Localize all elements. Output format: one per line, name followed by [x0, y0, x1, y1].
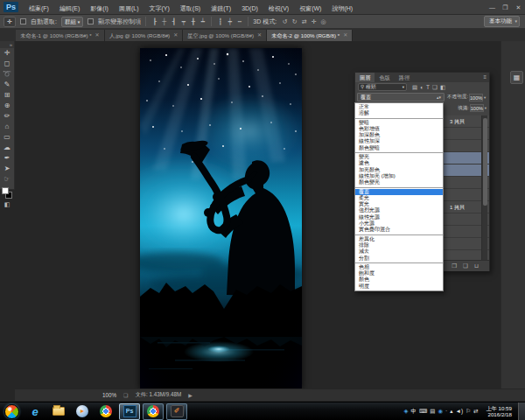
tray-volume-icon[interactable]: ◄) — [456, 407, 464, 416]
lasso-tool[interactable]: ➰ — [0, 69, 14, 80]
tray-update-icon[interactable]: · — [445, 407, 447, 416]
blend-mode-option[interactable]: 柔光 — [355, 195, 443, 201]
zoom-level-field[interactable]: 100% — [102, 392, 116, 398]
layer-list-scrollbar[interactable] — [481, 116, 487, 260]
distribute-icon[interactable]: ┇ — [216, 18, 224, 25]
blend-mode-option[interactable]: 強烈光源 — [355, 207, 443, 214]
eraser-tool[interactable]: ▭ — [0, 132, 14, 143]
tab-close-icon[interactable]: ✕ — [343, 30, 347, 41]
tab-channels[interactable]: 色版 — [374, 73, 394, 82]
current-tool-icon[interactable]: ✛ — [4, 17, 16, 27]
document-tab[interactable]: 星空.jpg @ 100% (RGB/8#)✕ — [183, 30, 267, 41]
taskbar-media-player[interactable]: ▸ — [72, 403, 93, 420]
brush-tool[interactable]: ✏ — [0, 111, 14, 122]
fill-field[interactable]: 100% — [470, 104, 484, 112]
tray-network-icon[interactable]: ⇄ — [473, 407, 478, 416]
taskbar-explorer[interactable] — [48, 403, 69, 420]
taskbar-chrome-window[interactable] — [143, 403, 164, 420]
tab-close-icon[interactable]: ✕ — [173, 30, 178, 41]
align-icon[interactable]: ┼ — [160, 18, 168, 25]
distribute-icon[interactable]: ┅ — [235, 18, 243, 25]
blend-mode-option[interactable]: 顏色變亮 — [355, 179, 443, 186]
blend-mode-option[interactable]: 分割 — [355, 256, 443, 262]
foreground-color-swatch[interactable] — [2, 187, 9, 194]
pen-tool[interactable]: ✒ — [0, 153, 14, 164]
taskbar-chrome[interactable] — [95, 403, 116, 420]
crop-tool[interactable]: ⊞ — [0, 90, 14, 101]
minimize-button[interactable]: — — [486, 1, 499, 14]
restore-button[interactable]: ❐ — [499, 1, 512, 14]
show-transform-checkbox[interactable] — [88, 18, 94, 24]
tray-ime-chinese-icon[interactable]: 中 — [410, 407, 416, 416]
tab-layers[interactable]: 圖層 — [355, 73, 374, 82]
status-menu-arrow[interactable]: ▶ — [188, 392, 192, 398]
menu-item[interactable]: 圖層(L) — [114, 5, 144, 11]
tab-paths[interactable]: 路徑 — [395, 73, 414, 82]
tray-action-center-icon[interactable]: ⚐ — [466, 407, 471, 416]
quick-selection-tool[interactable]: ✎ — [0, 80, 14, 90]
document-tab[interactable]: 未命名-2 @ 100% (RGB/8) *✕ — [267, 30, 353, 41]
layer-filter-dropdown[interactable]: ⚲ 種類 ▾ — [358, 83, 407, 91]
clone-stamp-tool[interactable]: ⌂ — [0, 122, 14, 132]
panel-menu-icon[interactable]: ≡ — [483, 73, 489, 82]
menu-item[interactable]: 編輯(E) — [54, 5, 85, 11]
auto-select-dropdown[interactable]: 群組 ▾ — [61, 17, 83, 27]
healing-brush-tool[interactable]: ⊕ — [0, 101, 14, 111]
3d-mode-icon[interactable]: ◎ — [319, 18, 327, 25]
opacity-arrow-icon[interactable]: ▾ — [484, 95, 486, 100]
hand-tool[interactable]: ☞ — [0, 174, 14, 185]
delete-layer-button[interactable]: ⊔ — [474, 262, 479, 270]
blend-mode-option[interactable]: 濾色 — [355, 160, 443, 166]
menu-item[interactable]: 文字(Y) — [144, 5, 174, 11]
align-icon[interactable]: ┯ — [179, 18, 187, 25]
blend-mode-option[interactable]: 覆蓋 — [355, 189, 443, 195]
taskbar-ie[interactable]: e — [24, 403, 46, 420]
blend-mode-option[interactable]: 線性光源 — [355, 214, 443, 220]
menu-item[interactable]: 3D(D) — [236, 5, 263, 11]
tray-show-hidden-icon[interactable]: ▴ — [450, 407, 452, 416]
blend-mode-option[interactable]: 差異化 — [355, 236, 443, 242]
3d-mode-icon[interactable]: ⇄ — [300, 18, 308, 25]
blend-mode-option[interactable]: 加深顏色 — [355, 132, 443, 138]
blend-mode-option[interactable]: 顏色變暗 — [355, 145, 443, 151]
new-layer-button[interactable]: ❏ — [463, 262, 468, 270]
document-tab[interactable]: 人.jpg @ 100% (RGB/8#)✕ — [105, 30, 184, 41]
align-icon[interactable]: ┷ — [199, 18, 206, 25]
move-tool[interactable]: ✛ — [0, 48, 14, 59]
blend-mode-option[interactable]: 線性加深 — [355, 138, 443, 144]
blend-mode-option[interactable]: 顏色 — [355, 276, 443, 283]
fill-arrow-icon[interactable]: ▾ — [485, 106, 486, 110]
filter-type-icon[interactable]: ◧ — [440, 84, 445, 91]
tray-app-icon[interactable]: ◈ — [403, 407, 408, 416]
menu-item[interactable]: 視窗(W) — [294, 5, 326, 11]
new-group-button[interactable]: ❒ — [452, 262, 457, 270]
taskbar-clock[interactable]: 上午 10:59 2016/2/18 — [486, 405, 512, 418]
close-button[interactable]: ✕ — [512, 1, 525, 14]
scrollbar-thumb[interactable] — [483, 118, 487, 206]
3d-mode-icon[interactable]: ↺ — [281, 18, 289, 25]
3d-mode-icon[interactable]: ✛ — [310, 18, 318, 25]
opacity-field[interactable]: 100% — [469, 94, 483, 102]
filter-type-icon[interactable]: ◐ — [420, 84, 424, 91]
menu-item[interactable]: 選取(S) — [175, 5, 206, 11]
blend-mode-option[interactable]: 實色疊印混合 — [355, 227, 443, 233]
blend-mode-option[interactable]: 變亮 — [355, 154, 443, 160]
tray-security-icon[interactable]: ◉ — [438, 407, 443, 416]
blend-mode-dropdown[interactable]: 覆蓋▴▾ — [357, 93, 444, 102]
align-icon[interactable]: ┨ — [170, 18, 178, 25]
taskbar-paint-app[interactable]: ✐ — [166, 403, 187, 420]
filter-type-icon[interactable]: ▤ — [412, 84, 417, 91]
menu-item[interactable]: 影像(I) — [85, 5, 114, 11]
filter-type-icon[interactable]: T — [426, 84, 430, 91]
taskbar-photoshop[interactable]: Ps — [119, 403, 140, 420]
filter-type-icon[interactable]: ❏ — [432, 84, 438, 91]
show-desktop-button[interactable] — [518, 402, 525, 420]
tab-close-icon[interactable]: ✕ — [257, 30, 262, 41]
blend-mode-option[interactable]: 減去 — [355, 248, 443, 255]
blend-mode-option[interactable]: 排除 — [355, 242, 443, 248]
menu-item[interactable]: 說明(H) — [326, 5, 358, 11]
path-select-tool[interactable]: ➤ — [0, 164, 14, 174]
align-icon[interactable]: ┠ — [150, 18, 158, 25]
menu-item[interactable]: 檢視(V) — [263, 5, 294, 11]
tray-ime-toolbar-icon[interactable]: ▤ — [430, 407, 435, 416]
